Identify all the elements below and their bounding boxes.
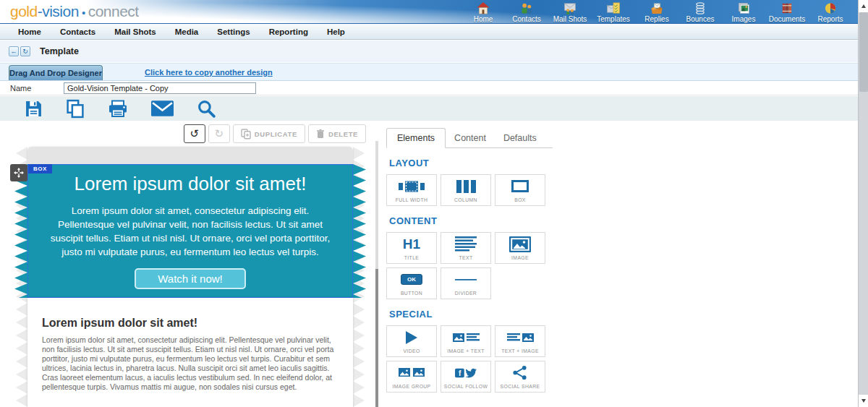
box-icon [511, 180, 529, 192]
text-image-icon [507, 333, 534, 343]
nav-bounces[interactable]: Bounces [678, 1, 722, 23]
redo-button[interactable]: ↻ [208, 124, 230, 143]
element-box[interactable]: BOX [495, 174, 545, 206]
hero-title[interactable]: Lorem ipsum dolor sit amet! [28, 173, 352, 195]
panel-tabs: Elements Content Defaults [386, 121, 553, 148]
delete-button[interactable]: DELETE [308, 124, 366, 143]
element-label: DIVIDER [455, 291, 477, 296]
element-divider[interactable]: DIVIDER [441, 267, 491, 299]
menu-help[interactable]: Help [318, 27, 354, 36]
element-video[interactable]: VIDEO [386, 325, 437, 357]
scroll-down-button[interactable] [859, 395, 868, 407]
email-header-band[interactable] [27, 147, 353, 164]
refresh-button[interactable]: ↻ [20, 46, 30, 56]
element-label: FULL WIDTH [396, 197, 428, 202]
copy-button[interactable] [66, 99, 85, 119]
preview-button[interactable] [197, 99, 216, 119]
scroll-down-icon [861, 399, 866, 403]
nav-mail-shots[interactable]: Mail Shots [548, 1, 592, 23]
element-full-width[interactable]: FULL WIDTH [386, 174, 437, 206]
logo-dot: • [82, 7, 85, 19]
tab-drag-and-drop-designer[interactable]: Drag And Drop Designer [9, 65, 103, 80]
element-social-share[interactable]: SOCIAL SHARE [495, 361, 545, 393]
section-body[interactable]: Lorem ipsum dolor sit amet, consectetur … [42, 335, 341, 392]
print-button[interactable] [108, 100, 128, 118]
element-text[interactable]: TEXT [441, 232, 491, 264]
top-bar: gold-vision•connect Home Contacts Mail S… [0, 0, 858, 24]
column-icon [456, 180, 476, 193]
element-label: SOCIAL FOLLOW [444, 384, 488, 389]
action-toolbar [0, 96, 858, 121]
duplicate-button[interactable]: DUPLICATE [233, 124, 305, 143]
element-image-group[interactable]: IMAGE GROUP [386, 361, 437, 393]
menu-media[interactable]: Media [166, 27, 208, 36]
search-icon [197, 99, 216, 119]
tab-defaults[interactable]: Defaults [495, 129, 545, 147]
name-label: Name [10, 84, 31, 93]
page-scrollbar[interactable] [858, 0, 868, 407]
nav-documents[interactable]: Documents [765, 1, 809, 23]
element-title[interactable]: H1 TITLE [386, 232, 437, 264]
template-name-input[interactable] [64, 82, 256, 94]
element-image-text[interactable]: IMAGE + TEXT [441, 325, 491, 357]
undo-button[interactable]: ↺ [184, 124, 205, 143]
menu-bar: Home Contacts Mail Shots Media Settings … [0, 24, 858, 40]
section-title-layout: LAYOUT [389, 158, 858, 168]
move-arrows-icon [13, 167, 25, 179]
scroll-up-button[interactable] [859, 0, 868, 12]
selected-box-element[interactable]: Lorem ipsum dolor sit amet! Lorem ipsum … [27, 164, 353, 298]
nav-images[interactable]: Images [722, 1, 765, 23]
email-text-section[interactable]: Lorem ipsum dolor sit amet! Lorem ipsum … [27, 298, 353, 407]
name-row: Name [0, 82, 858, 95]
hero-cta-button[interactable]: Watch it now! [135, 268, 245, 289]
documents-icon [780, 1, 794, 15]
image-text-icon [453, 333, 480, 343]
nav-home[interactable]: Home [461, 1, 505, 23]
menu-settings[interactable]: Settings [208, 27, 259, 36]
copy-design-link[interactable]: Click here to copy another design [145, 68, 273, 77]
tab-content[interactable]: Content [446, 129, 495, 147]
duplicate-label: DUPLICATE [255, 130, 297, 138]
menu-contacts[interactable]: Contacts [51, 27, 105, 36]
section-title-special: SPECIAL [389, 309, 858, 320]
menu-home[interactable]: Home [9, 27, 51, 36]
trash-icon [316, 129, 325, 139]
section-title-content: CONTENT [389, 215, 858, 226]
nav-label: Templates [592, 15, 635, 23]
menu-reporting[interactable]: Reporting [260, 27, 318, 36]
element-social-follow[interactable]: f SOCIAL FOLLOW [441, 361, 491, 393]
nav-replies[interactable]: Replies [635, 1, 678, 23]
nav-label: Contacts [505, 15, 548, 23]
nav-contacts[interactable]: Contacts [505, 1, 548, 23]
tab-elements[interactable]: Elements [386, 128, 446, 148]
special-grid: VIDEO IMAGE + TEXT TEXT + IMAGE IMAGE GR… [386, 325, 858, 393]
image-group-icon [399, 368, 425, 377]
element-button[interactable]: OK BUTTON [386, 267, 437, 299]
section-title[interactable]: Lorem ipsum dolor sit amet! [42, 317, 341, 330]
back-button[interactable]: ← [9, 46, 19, 56]
element-text-image[interactable]: TEXT + IMAGE [495, 325, 545, 357]
element-image[interactable]: IMAGE [495, 232, 545, 264]
nav-label: Mail Shots [548, 15, 592, 23]
hero-body[interactable]: Lorem ipsum dolor sit amet, consectetur … [48, 204, 332, 259]
page-scrollbar-thumb[interactable] [859, 12, 868, 92]
nav-templates[interactable]: Templates [592, 1, 635, 23]
canvas-scrollbar-thumb[interactable] [375, 269, 378, 407]
box-selection-tag: BOX [28, 164, 52, 173]
designer-tab-row: Drag And Drop Designer Click here to cop… [0, 63, 858, 81]
divider-icon [455, 278, 477, 281]
bounces-icon [693, 1, 707, 15]
element-label: IMAGE + TEXT [447, 348, 485, 354]
move-handle[interactable] [10, 164, 27, 181]
nav-label: Documents [765, 15, 809, 23]
canvas-scrollbar[interactable] [375, 141, 378, 407]
canvas-toolbar: ↺ ↻ DUPLICATE DELETE [0, 124, 366, 143]
element-label: IMAGE GROUP [392, 384, 430, 389]
save-button[interactable] [25, 100, 43, 118]
mail-shots-icon [563, 1, 577, 15]
nav-reports[interactable]: Reports [809, 1, 852, 23]
print-icon [108, 100, 128, 118]
menu-mail-shots[interactable]: Mail Shots [105, 27, 166, 36]
email-button[interactable] [151, 100, 174, 116]
element-column[interactable]: COLUMN [441, 174, 491, 206]
